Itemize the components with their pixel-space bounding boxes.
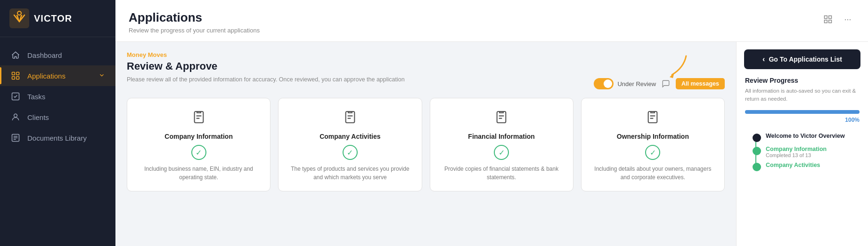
- clients-icon: [10, 112, 21, 122]
- progress-percent-label: 100%: [745, 117, 860, 123]
- arrow-indicator: [663, 54, 691, 82]
- svg-rect-6: [16, 77, 19, 79]
- step-content-company-activities: Company Activities: [766, 162, 820, 168]
- card-title-2: Company Activities: [319, 133, 380, 140]
- clipboard-icon-1: [191, 110, 206, 128]
- card-financial-information: Financial Information ✓ Provide copies o…: [430, 98, 573, 191]
- page-title: Applications: [129, 10, 260, 25]
- svg-rect-11: [829, 16, 832, 19]
- sidebar-item-tasks[interactable]: Tasks: [0, 86, 115, 107]
- review-progress-section: Review Progress All information is auto-…: [737, 69, 868, 181]
- chevron-down-icon: [98, 72, 105, 80]
- step-name-company-info: Company Information: [766, 146, 827, 152]
- right-panel: ‹ Go To Applications List Review Progres…: [736, 42, 868, 246]
- sidebar-item-documents-library[interactable]: Documents Library: [0, 127, 115, 148]
- clipboard-icon-4: [645, 110, 660, 128]
- logo-icon: V: [9, 8, 29, 28]
- grid-icon-button[interactable]: [821, 12, 835, 26]
- step-company-activities: Company Activities: [753, 160, 860, 173]
- header-actions: ···: [821, 12, 855, 26]
- card-company-activities: Company Activities ✓ The types of produc…: [278, 98, 422, 191]
- sidebar: V VICTOR Dashboard Applications: [0, 0, 115, 246]
- main-panel: Money Moves Review & Approve Please revi…: [115, 42, 736, 246]
- clipboard-icon-3: [494, 110, 509, 128]
- step-dot-welcome: [753, 134, 761, 142]
- check-circle-3: ✓: [494, 145, 509, 160]
- section-label: Money Moves: [127, 51, 725, 58]
- more-dots-icon: ···: [844, 15, 851, 24]
- card-title-1: Company Information: [164, 133, 233, 140]
- step-name-welcome: Welcome to Victor Overview: [766, 133, 845, 139]
- section-desc: Please review all of the provided inform…: [127, 76, 405, 83]
- card-desc-1: Including business name, EIN, industry a…: [136, 165, 262, 182]
- sidebar-item-applications[interactable]: Applications: [0, 65, 115, 86]
- sidebar-nav: Dashboard Applications Tasks Clients: [0, 37, 115, 246]
- page-header: Applications Review the progress of your…: [115, 0, 868, 42]
- progress-bar-container: [745, 110, 860, 114]
- check-circle-2: ✓: [343, 145, 358, 160]
- section-title: Review & Approve: [127, 60, 725, 72]
- go-to-btn-label: Go To Applications List: [769, 56, 842, 63]
- check-circle-4: ✓: [645, 145, 660, 160]
- under-review-toggle[interactable]: [594, 78, 614, 89]
- main-content: Applications Review the progress of your…: [115, 0, 868, 246]
- more-options-button[interactable]: ···: [841, 12, 855, 26]
- step-dot-company-info: [753, 147, 761, 155]
- review-progress-title: Review Progress: [745, 77, 860, 84]
- under-review-label: Under Review: [617, 80, 656, 87]
- check-circle-1: ✓: [191, 145, 206, 160]
- step-content-company-info: Company Information Completed 13 of 13: [766, 146, 827, 158]
- progress-bar-fill: [745, 110, 860, 114]
- logo-container: V VICTOR: [0, 0, 115, 37]
- sidebar-item-label-tasks: Tasks: [27, 93, 45, 101]
- card-title-3: Financial Information: [468, 133, 535, 140]
- step-dot-company-activities: [753, 163, 761, 171]
- svg-rect-5: [16, 72, 19, 75]
- step-company-info: Company Information Completed 13 of 13: [753, 144, 860, 160]
- card-desc-4: Including details about your owners, man…: [590, 165, 716, 182]
- sidebar-item-label-dashboard: Dashboard: [27, 51, 62, 59]
- step-content-welcome: Welcome to Victor Overview: [766, 133, 845, 139]
- svg-rect-12: [825, 20, 827, 23]
- content-area: Money Moves Review & Approve Please revi…: [115, 42, 868, 246]
- step-welcome: Welcome to Victor Overview: [753, 131, 860, 144]
- review-progress-desc: All information is auto-saved so you can…: [745, 87, 860, 103]
- sidebar-item-label-applications: Applications: [27, 72, 66, 80]
- svg-rect-4: [12, 77, 15, 79]
- card-ownership-information: Ownership Information ✓ Including detail…: [581, 98, 725, 191]
- svg-point-8: [14, 114, 17, 117]
- logo-text: VICTOR: [34, 13, 72, 24]
- toggle-container: Under Review: [594, 78, 656, 89]
- home-icon: [10, 50, 21, 60]
- progress-steps: Welcome to Victor Overview Company Infor…: [745, 131, 860, 173]
- step-name-company-activities: Company Activities: [766, 162, 820, 168]
- chevron-left-icon: ‹: [762, 55, 765, 63]
- page-title-block: Applications Review the progress of your…: [129, 10, 260, 34]
- svg-marker-14: [670, 72, 674, 78]
- page-subtitle: Review the progress of your current appl…: [129, 27, 260, 34]
- clipboard-icon-2: [343, 110, 358, 128]
- sidebar-item-clients[interactable]: Clients: [0, 107, 115, 127]
- card-desc-2: The types of products and services you p…: [287, 165, 413, 182]
- cards-row: Company Information ✓ Including business…: [127, 98, 725, 191]
- svg-rect-10: [825, 16, 827, 19]
- documents-icon: [10, 133, 21, 143]
- go-to-applications-button[interactable]: ‹ Go To Applications List: [744, 49, 860, 69]
- card-desc-3: Provide copies of financial statements &…: [439, 165, 565, 182]
- sidebar-item-label-clients: Clients: [27, 113, 49, 121]
- card-company-information: Company Information ✓ Including business…: [127, 98, 270, 191]
- svg-rect-13: [829, 20, 832, 23]
- step-sub-company-info: Completed 13 of 13: [766, 152, 827, 158]
- applications-icon: [10, 71, 21, 80]
- sidebar-item-label-documents-library: Documents Library: [27, 134, 87, 142]
- top-controls: Please review all of the provided inform…: [127, 76, 725, 91]
- svg-rect-3: [12, 72, 15, 75]
- card-title-4: Ownership Information: [617, 133, 689, 140]
- sidebar-item-dashboard[interactable]: Dashboard: [0, 45, 115, 65]
- tasks-icon: [10, 92, 21, 101]
